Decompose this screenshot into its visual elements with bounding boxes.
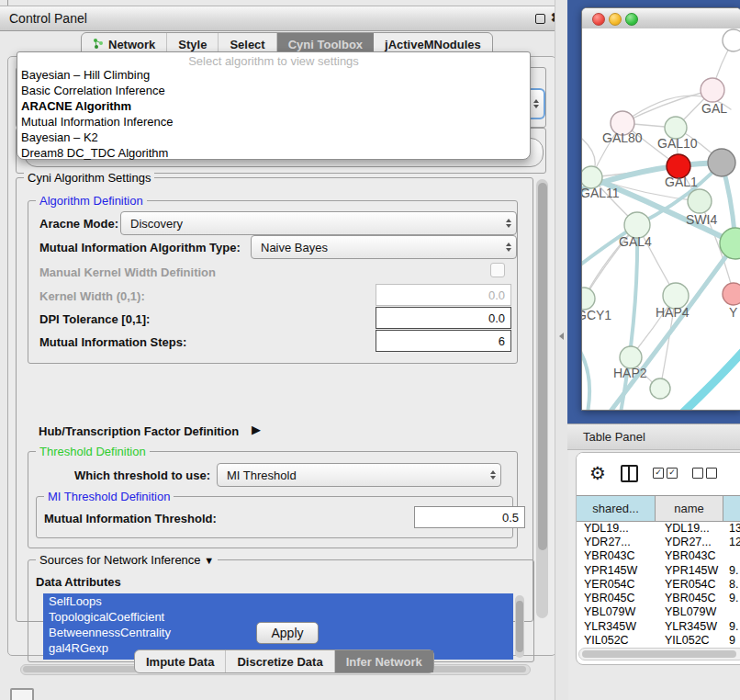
gear-icon[interactable]: ⚙	[589, 464, 606, 482]
select-all-checkboxes-icon[interactable]: ✓✓	[653, 468, 678, 479]
network-node[interactable]	[582, 288, 595, 310]
sources-title-text: Sources for Network Inference	[39, 553, 201, 567]
aracne-mode-select[interactable]: Discovery	[120, 211, 517, 235]
columns-icon[interactable]	[621, 465, 638, 482]
network-node[interactable]	[708, 149, 735, 176]
table-cell: YBL079W	[577, 605, 656, 618]
bottom-tabbar: Impute Data Discretize Data Infer Networ…	[134, 649, 434, 673]
table-cell: YDR27...	[656, 536, 723, 548]
close-traffic-light-icon[interactable]	[592, 13, 605, 26]
table-row[interactable]: YBL079WYBL079W	[577, 605, 740, 619]
network-window-titlebar[interactable]	[582, 8, 740, 29]
tab-discretize-data[interactable]: Discretize Data	[226, 650, 334, 672]
table-row[interactable]: YDR27...YDR27...12	[577, 535, 740, 548]
panel-splitter[interactable]	[555, 0, 568, 700]
settings-vscrollbar-thumb[interactable]	[538, 183, 547, 550]
network-node[interactable]	[723, 283, 740, 305]
table-panel: ⚙ ✓✓ shared... name YDL19...YDL19...13YD…	[576, 452, 740, 665]
table-cell: YBL079W	[656, 605, 723, 618]
which-threshold-select[interactable]: MI Threshold	[217, 463, 501, 487]
mi-type-select[interactable]: Naive Bayes	[251, 235, 517, 259]
apply-button[interactable]: Apply	[256, 622, 319, 644]
table-row[interactable]: YPR145WYPR145W9.	[577, 563, 740, 577]
table-cell: YPR145W	[577, 564, 656, 577]
table-row[interactable]: YBR043CYBR043C	[577, 549, 740, 563]
network-node[interactable]	[720, 228, 740, 259]
attributes-scrollbar[interactable]	[515, 595, 524, 658]
table-cell: 9.	[723, 564, 740, 577]
network-node[interactable]	[688, 189, 712, 213]
data-attributes-label: Data Attributes	[36, 575, 121, 589]
minimize-traffic-light-icon[interactable]	[609, 13, 622, 26]
deselect-all-checkboxes-icon[interactable]	[692, 468, 717, 479]
mi-steps-label: Mutual Information Steps:	[39, 335, 186, 349]
mi-threshold-field[interactable]: 0.5	[414, 506, 525, 528]
table-row[interactable]: YIL052CYIL052C9	[577, 633, 740, 647]
manual-kernel-checkbox[interactable]	[490, 263, 505, 277]
algorithm-option[interactable]: Dream8 DC_TDC Algorithm	[21, 145, 526, 161]
mi-threshold-group-title: MI Threshold Definition	[44, 490, 174, 503]
zoom-traffic-light-icon[interactable]	[625, 13, 638, 26]
table-cell: YDR27...	[577, 536, 656, 548]
table-hscrollbar-thumb[interactable]	[582, 650, 736, 658]
minimized-panel-icon[interactable]	[10, 688, 34, 700]
table-hscrollbar[interactable]	[578, 648, 740, 660]
table-row[interactable]: YBR045CYBR045C9.	[577, 591, 740, 604]
tab-impute-data[interactable]: Impute Data	[135, 650, 226, 672]
network-canvas[interactable]: GALGAL80GAL10GAL1GAL11SWI4GAL4GCY1HAP4YH…	[582, 28, 740, 410]
column-header-partial[interactable]	[723, 496, 740, 521]
algorithm-option[interactable]: Mutual Information Inference	[21, 114, 526, 130]
stepper-icon	[490, 470, 496, 480]
attribute-item[interactable]: SelfLoops	[43, 593, 513, 609]
mi-steps-field[interactable]: 6	[376, 330, 511, 352]
network-node[interactable]	[723, 29, 740, 51]
node-label: GAL80	[602, 130, 643, 145]
table-row[interactable]: YER054CYER054C8.	[577, 577, 740, 591]
algorithm-dropdown: Select algorithm to view settings Bayesi…	[17, 51, 531, 160]
tab-label: Style	[178, 38, 207, 51]
hub-definition-toggle[interactable]: Hub/Transcription Factor Definition	[39, 424, 239, 438]
column-header-shared-name[interactable]: shared...	[577, 496, 656, 521]
node-label: GAL	[701, 101, 727, 116]
column-header-name[interactable]: name	[656, 496, 723, 521]
control-panel-title: Control Panel	[9, 11, 87, 26]
node-label: Y	[729, 305, 738, 320]
stepper-icon	[533, 99, 539, 108]
network-icon	[93, 38, 104, 51]
float-window-icon[interactable]	[535, 14, 545, 24]
dpi-tolerance-label: DPI Tolerance [0,1]:	[39, 312, 150, 326]
which-threshold-value: MI Threshold	[227, 469, 297, 482]
tab-infer-network[interactable]: Infer Network	[335, 650, 433, 672]
settings-vscrollbar[interactable]	[536, 179, 548, 618]
node-label: GCY1	[582, 308, 611, 322]
algorithm-option[interactable]: Bayesian – K2	[21, 130, 526, 145]
attributes-scrollbar-thumb[interactable]	[516, 601, 523, 652]
table-row[interactable]: YLR345WYLR345W9.	[577, 619, 740, 633]
kernel-width-label: Kernel Width (0,1):	[39, 289, 145, 303]
network-edge	[582, 343, 589, 410]
network-node[interactable]	[701, 78, 724, 102]
sources-group: Sources for Network Inference ▼ Data Att…	[28, 559, 534, 662]
table-row[interactable]: YDL19...YDL19...13	[577, 521, 740, 535]
table-cell: YLR345W	[656, 620, 723, 633]
algorithm-option[interactable]: Basic Correlation Inference	[21, 83, 526, 98]
mi-threshold-label: Mutual Information Threshold:	[44, 512, 217, 525]
table-panel-titlebar: Table Panel	[567, 423, 740, 450]
tab-label: Cyni Toolbox	[288, 38, 363, 51]
network-node[interactable]	[650, 378, 670, 399]
screen: Control Panel ✖ Network Style Select Cyn…	[0, 0, 740, 700]
table-cell: 9.	[723, 592, 740, 604]
control-panel-titlebar: Control Panel ✖	[0, 6, 569, 31]
algorithm-option[interactable]: ARACNE Algorithm	[21, 98, 526, 114]
algorithm-option[interactable]: Bayesian – Hill Climbing	[21, 67, 526, 83]
tab-label: Discretize Data	[237, 655, 322, 669]
dpi-tolerance-field[interactable]: 0.0	[376, 307, 511, 329]
threshold-definition-group: Threshold Definition Which threshold to …	[28, 451, 518, 548]
collapse-down-icon[interactable]: ▼	[204, 555, 214, 566]
kernel-width-field[interactable]: 0.0	[376, 284, 511, 306]
aracne-mode-value: Discovery	[130, 217, 183, 231]
table-cell: 12	[723, 536, 740, 548]
splitter-handle[interactable]	[559, 333, 564, 340]
expand-right-icon[interactable]: ▶	[252, 423, 261, 436]
table-cell: YPR145W	[656, 564, 723, 577]
